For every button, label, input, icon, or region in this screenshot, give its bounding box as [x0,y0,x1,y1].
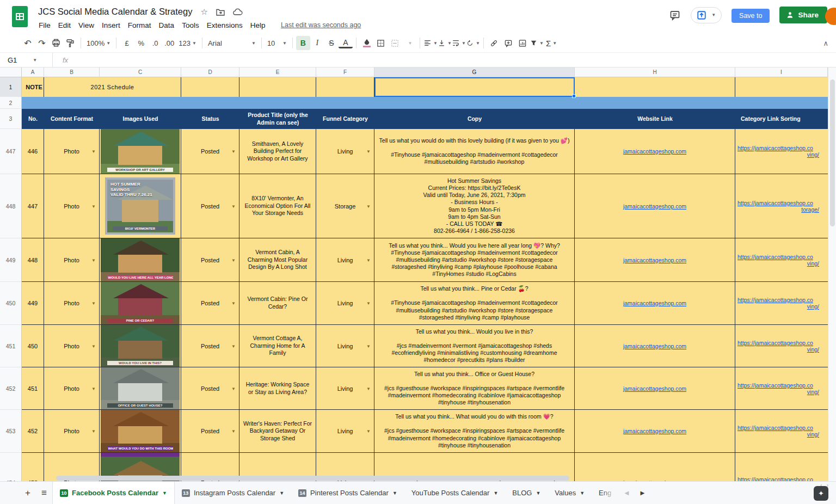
website-link[interactable]: jamaicacottageshop.com [623,343,686,349]
merge-cells-caret[interactable]: ▼ [402,36,416,50]
cell-image[interactable]: WOULD YOU LIVE IN THIS? [100,325,181,367]
dropdown-caret-icon[interactable]: ▼ [91,257,96,262]
column-header-G[interactable]: G [374,67,575,77]
sheet-tab[interactable]: 14 Pinterest Posts Calendar ▼ [291,482,404,504]
cell-category-link[interactable]: https://jamaicacottageshop.co ving/ [735,453,828,481]
category-link-line2[interactable]: torage/ [737,206,827,213]
dropdown-caret-icon[interactable]: ▼ [231,343,236,348]
dropdown-caret-icon[interactable]: ▼ [91,204,96,208]
cell-status[interactable]: Posted ▼ [181,282,239,325]
column-header-D[interactable]: D [181,67,239,77]
category-link-line1[interactable]: https://jamaicacottageshop.co [737,382,827,389]
strikethrough-button[interactable]: S [324,36,339,50]
chevron-down-icon[interactable]: ▼ [493,490,498,496]
menu-help[interactable]: Help [247,20,269,31]
category-link-line2[interactable]: ving/ [737,151,827,158]
cell-status[interactable]: Posted ▼ [181,238,239,282]
cell-website-link[interactable]: jamaicacottageshop.com [575,129,735,174]
menu-insert[interactable]: Insert [98,20,124,31]
header-copy[interactable]: Copy [374,109,575,129]
cell-copy[interactable]: Tell us what you would do with this love… [374,129,575,174]
dropdown-caret-icon[interactable]: ▼ [231,301,236,306]
cell-category-link[interactable]: https://jamaicacottageshop.co torage/ [735,174,828,238]
vertical-align-button[interactable]: ▼ [438,36,452,50]
website-link[interactable]: jamaicacottageshop.com [623,203,686,210]
cell-content-format[interactable]: Photo ▼ [44,129,100,174]
cell-content-format[interactable]: Photo ▼ [44,282,100,325]
cell-website-link[interactable]: jamaicacottageshop.com [575,410,735,453]
cell-funnel-category[interactable]: Living ▼ [316,238,374,282]
website-link[interactable]: jamaicacottageshop.com [623,428,686,434]
cell-category-link[interactable]: https://jamaicacottageshop.co ving/ [735,367,828,410]
header-images-used[interactable]: Images Used [100,109,181,129]
cell-funnel-category[interactable]: Storage ▼ [316,174,374,238]
cell-no[interactable]: 452 [22,410,44,453]
all-sheets-button[interactable]: ≡ [36,482,52,504]
header-funnel-category[interactable]: Funnel Category [316,109,374,129]
format-currency-button[interactable]: £ [120,36,134,50]
category-link-line1[interactable]: https://jamaicacottageshop.co [737,476,827,482]
cell-copy[interactable]: Tell us what you think... Would you live… [374,325,575,367]
category-link-line1[interactable]: https://jamaicacottageshop.co [737,254,827,260]
scroll-tabs-left-icon[interactable]: ◄ [623,489,630,497]
zoom-select[interactable]: 100%▼ [84,36,113,50]
comment-history-icon[interactable] [669,10,681,21]
cell-status[interactable]: Posted ▼ [181,325,239,367]
cell-product-title[interactable]: Vermont Cabin, A Charming Most Popular D… [239,238,316,282]
cell-image[interactable]: HOT SUMMER SAVINGS VALID THRU 7.26.21 8X… [100,174,181,238]
category-link-line2[interactable]: ving/ [737,346,827,353]
sheets-logo-icon[interactable] [12,6,28,27]
cell-image[interactable]: PINE OR CEDAR? [100,282,181,325]
decrease-decimals-button[interactable]: .0 [148,36,162,50]
column-header-F[interactable]: F [316,67,374,77]
cell-no[interactable]: 449 [22,282,44,325]
text-color-button[interactable]: A [339,38,353,48]
cell-content-format[interactable]: Photo ▼ [44,238,100,282]
column-header-I[interactable]: I [735,67,828,77]
category-link-line1[interactable]: https://jamaicacottageshop.co [737,425,827,431]
cell-funnel-category[interactable]: Living ▼ [316,282,374,325]
header-website-link[interactable]: Website Link [575,109,735,129]
dropdown-caret-icon[interactable]: ▼ [366,204,371,208]
header-product-title[interactable]: Product Title (only the Admin can see) [239,109,316,129]
dropdown-caret-icon[interactable]: ▼ [231,429,236,434]
row-header[interactable]: 3 [0,109,22,129]
presentation-mode-button[interactable]: ▼ [691,7,722,23]
cell-funnel-category[interactable]: Living ▼ [316,325,374,367]
sheet-tab[interactable]: 13 Instagram Posts Calendar ▼ [175,482,291,504]
menu-edit[interactable]: Edit [54,20,75,31]
cell-content-format[interactable]: Photo ▼ [44,367,100,410]
menu-format[interactable]: Format [124,20,155,31]
cell-no[interactable]: 450 [22,325,44,367]
chevron-down-icon[interactable]: ▼ [580,490,585,496]
insert-comment-button[interactable] [501,36,515,50]
dropdown-caret-icon[interactable]: ▼ [91,343,96,348]
last-edit-status[interactable]: Last edit was seconds ago [281,21,361,29]
column-header-E[interactable]: E [239,67,316,77]
row-header[interactable]: 450 [0,282,22,325]
functions-button[interactable]: Σ▼ [544,36,559,50]
cell-content-format[interactable]: Photo ▼ [44,410,100,453]
move-folder-icon[interactable] [216,8,225,16]
cell-product-title[interactable]: Heritage: Working Space or Stay as Livin… [239,367,316,410]
chevron-down-icon[interactable]: ▼ [162,490,167,496]
add-sheet-button[interactable]: + [20,482,36,504]
cell-copy[interactable]: Tell us what you think... Pine or Cedar … [374,282,575,325]
cell-status[interactable]: Posted ▼ [181,410,239,453]
cell-category-link[interactable]: https://jamaicacottageshop.co ving/ [735,238,828,282]
row-header[interactable]: 451 [0,325,22,367]
category-link-line1[interactable]: https://jamaicacottageshop.co [737,200,827,206]
category-link-line1[interactable]: https://jamaicacottageshop.co [737,297,827,303]
paint-format-button[interactable] [63,36,77,50]
dropdown-caret-icon[interactable]: ▼ [366,257,371,262]
menu-file[interactable]: File [35,20,54,31]
website-link[interactable]: jamaicacottageshop.com [623,257,686,263]
font-select[interactable]: Arial▼ [206,36,258,50]
cell-funnel-category[interactable]: Living ▼ [316,367,374,410]
fill-color-button[interactable] [360,36,374,50]
website-link[interactable]: jamaicacottageshop.com [623,385,686,392]
cell-product-title[interactable]: Smithaven, A Lovely Building Perfect for… [239,129,316,174]
cell-category-link[interactable]: https://jamaicacottageshop.co ving/ [735,282,828,325]
cell-status[interactable]: Posted ▼ [181,174,239,238]
scroll-tabs-right-icon[interactable]: ► [639,489,646,497]
